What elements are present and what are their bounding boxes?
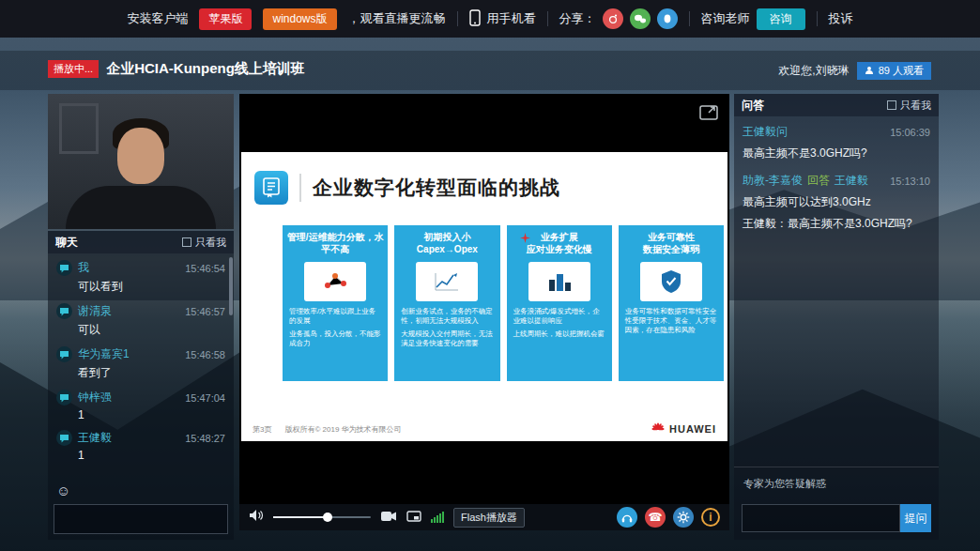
welcome-label: 欢迎您,刘晓琳 [778, 63, 849, 79]
complaint-link[interactable]: 投诉 [829, 10, 853, 27]
chat-only-me-toggle[interactable]: 只看我 [182, 236, 226, 250]
chat-user-name: 王健毅 [78, 430, 179, 446]
chat-message: 谢清泉 15:46:57 可以 [56, 303, 225, 338]
chat-user-name: 钟梓强 [78, 390, 179, 406]
presentation-slide: 企业数字化转型面临的挑战 管理/运维能力分散，水平不高 管理效率/水平难以跟上业… [241, 152, 727, 441]
qa-question: 王健毅问 15:06:39 最高主频不是3.0GHZ吗? [743, 124, 930, 161]
qa-answerer-name: 助教-李嘉俊 [743, 173, 803, 189]
left-column: 聊天 只看我 我 15:46:54 可以看到 [48, 94, 234, 540]
huawei-wordmark: HUAWEI [669, 423, 716, 435]
flash-player-label[interactable]: Flash播放器 [453, 508, 525, 528]
emoji-picker-icon[interactable]: ☺ [56, 482, 70, 498]
player-right-buttons: ☎ i [617, 507, 720, 528]
page-title: 企业HCIA-Kunpeng线上培训班 [106, 60, 305, 78]
chat-scrollbar[interactable] [229, 257, 233, 315]
card-body-line: 业务可靠性和数据可靠性安全性受限于技术、资金、人才等因素，存在隐患和风险 [625, 307, 717, 335]
card-body-line: 业务浪涌式/爆发式增长，企业难以提前响应 [513, 307, 605, 326]
qa-panel: 问答 只看我 王健毅问 15:06:39 最高主频不是3.0GHZ吗? 助教-李… [734, 94, 939, 540]
camera-icon[interactable] [380, 509, 397, 526]
slide-title-row: 企业数字化转型面临的挑战 [254, 171, 560, 205]
volume-slider-fill [273, 516, 328, 518]
call-button[interactable]: ☎ [645, 507, 666, 528]
qa-only-me-label: 只看我 [900, 99, 931, 113]
chat-header: 聊天 只看我 [48, 231, 234, 253]
mobile-label: 用手机看 [487, 10, 536, 27]
qa-text: 最高主频可以达到3.0GHz [743, 193, 930, 210]
chat-message-list[interactable]: 我 15:46:54 可以看到 谢清泉 15:46:57 可以 [48, 253, 234, 472]
chat-bubble-avatar-icon [56, 303, 72, 319]
slide-page-number: 第3页 [253, 424, 271, 435]
qa-reply-target: 王健毅 [835, 173, 868, 189]
share-wechat-icon[interactable] [630, 8, 651, 29]
red-burst-icon [520, 230, 530, 247]
chat-timestamp: 15:46:54 [185, 263, 225, 274]
person-icon [865, 66, 874, 77]
headset-support-button[interactable] [617, 507, 637, 528]
chat-user-name: 华为嘉宾1 [78, 346, 179, 362]
player-controls: Flash播放器 ☎ i [239, 504, 729, 530]
apple-version-button[interactable]: 苹果版 [199, 8, 252, 30]
divider [689, 11, 690, 26]
chat-only-me-label: 只看我 [195, 236, 226, 250]
windows-version-button[interactable]: windows版 [263, 8, 336, 30]
stream-header: 播放中... 企业HCIA-Kunpeng线上培训班 [48, 60, 305, 78]
chat-text: 可以看到 [78, 279, 225, 295]
chat-timestamp: 15:47:04 [185, 392, 225, 404]
chat-user-name: 我 [78, 260, 179, 276]
volume-icon[interactable] [249, 509, 264, 526]
qa-list[interactable]: 王健毅问 15:06:39 最高主频不是3.0GHZ吗? 助教-李嘉俊 回答 王… [734, 116, 939, 467]
scatter-network-icon [304, 262, 366, 301]
qa-hint-label: 专家为您答疑解惑 [743, 477, 826, 491]
info-button[interactable]: i [701, 508, 720, 527]
share-weibo-icon[interactable] [603, 8, 623, 29]
card-reliability: 业务可靠性 数据安全薄弱 业务可靠性和数据可靠性安全性受限于技术、资金、人才等因… [619, 225, 724, 381]
qa-answer: 助教-李嘉俊 回答 王健毅 15:13:10 最高主频可以达到3.0GHz 王健… [743, 173, 930, 232]
chat-message: 钟梓强 15:47:04 1 [56, 390, 225, 421]
challenge-cards: 管理/运维能力分散，水平不高 管理效率/水平难以跟上业务的发展 业务孤岛，投入分… [283, 225, 724, 381]
chat-text: 可以 [78, 322, 225, 338]
presenter-face [117, 128, 164, 184]
card-business-expansion: 业务扩展 应对业务变化慢 业务浪涌式/爆发式增长，企业难以提前响应 上线周期长，… [507, 225, 612, 381]
slide-title: 企业数字化转型面临的挑战 [313, 175, 560, 201]
qa-reply-label: 回答 [807, 173, 830, 189]
install-client-label: 安装客户端 [127, 10, 188, 27]
qa-timestamp: 15:13:10 [890, 176, 930, 187]
chat-text: 1 [78, 408, 225, 421]
volume-slider-knob[interactable] [323, 513, 332, 522]
chat-bubble-avatar-icon [56, 390, 72, 406]
qa-input[interactable] [742, 504, 900, 532]
watch-on-mobile[interactable]: 用手机看 [469, 9, 536, 29]
checkbox-icon[interactable] [182, 237, 191, 247]
video-stage[interactable]: 企业数字化转型面临的挑战 管理/运维能力分散，水平不高 管理效率/水平难以跟上业… [239, 94, 729, 504]
line-chart-icon [416, 262, 478, 301]
qa-header: 问答 只看我 [734, 94, 939, 116]
wall-frame-decor [59, 103, 99, 154]
install-suffix-label: ，观看直播更流畅 [348, 10, 446, 27]
settings-gear-button[interactable] [673, 507, 694, 528]
chat-timestamp: 15:46:58 [185, 349, 225, 360]
signal-bars-icon [431, 512, 444, 523]
chat-input[interactable] [54, 504, 228, 534]
pip-icon[interactable] [406, 509, 421, 526]
shield-icon [640, 262, 702, 301]
card-capex-opex: 初期投入小 Capex→Opex 创新业务试点，业务的不确定性，初期无法大规模投… [394, 225, 499, 381]
qa-only-me-toggle[interactable]: 只看我 [887, 99, 931, 113]
divider [457, 11, 458, 26]
chat-bubble-avatar-icon [56, 346, 72, 362]
fullscreen-expand-icon[interactable] [699, 103, 718, 124]
volume-slider[interactable] [273, 516, 371, 518]
chat-panel: 聊天 只看我 我 15:46:54 可以看到 [48, 231, 234, 540]
consult-teacher-label: 咨询老师 [701, 10, 750, 27]
main-player: 企业数字化转型面临的挑战 管理/运维能力分散，水平不高 管理效率/水平难以跟上业… [239, 94, 729, 530]
card-header: 管理/运维能力分散，水平不高 [283, 232, 388, 257]
card-header: 业务可靠性 数据安全薄弱 [619, 232, 724, 257]
qa-asker-name: 王健毅问 [743, 124, 788, 140]
checkbox-icon[interactable] [887, 100, 896, 110]
card-body-line: 管理效率/水平难以跟上业务的发展 [289, 307, 381, 326]
chat-timestamp: 15:48:27 [185, 433, 225, 444]
consult-button[interactable]: 咨询 [757, 8, 805, 30]
chat-text: 1 [78, 449, 225, 462]
ask-question-button[interactable]: 提问 [900, 504, 931, 532]
share-qq-icon[interactable] [657, 8, 678, 29]
viewers-count: 89 人观看 [879, 64, 924, 78]
